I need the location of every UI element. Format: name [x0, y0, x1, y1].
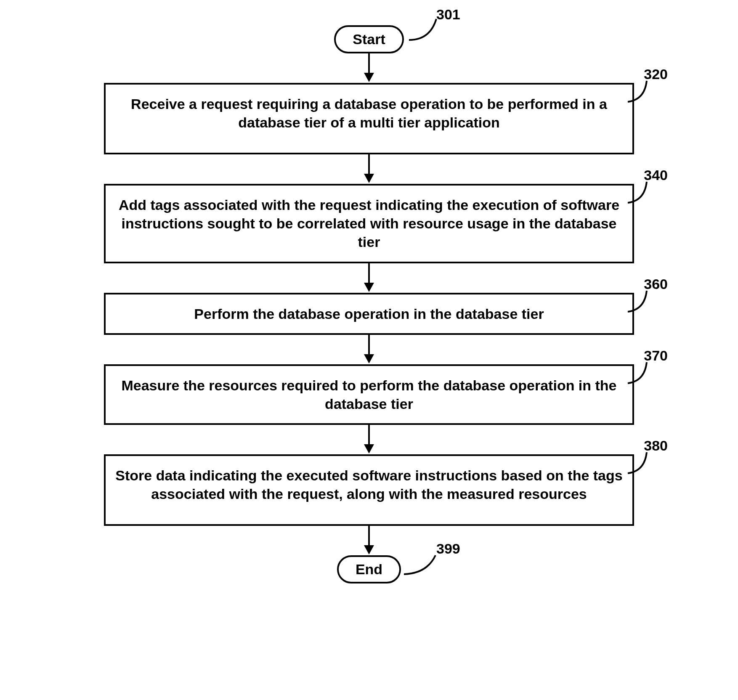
flowchart-canvas: Start 301 Receive a request requiring a …	[74, 8, 664, 583]
process-box-360: Perform the database operation in the da…	[104, 293, 634, 335]
start-label: Start	[353, 31, 385, 47]
process-text-340: Add tags associated with the request ind…	[119, 197, 619, 250]
process-text-320: Receive a request requiring a database o…	[131, 96, 607, 130]
callout-340	[626, 180, 651, 205]
end-terminator: End	[337, 555, 401, 583]
arrow-340-to-360	[74, 263, 664, 293]
svg-marker-11	[364, 545, 374, 554]
process-text-370: Measure the resources required to perfor…	[121, 377, 616, 412]
step-320-row: Receive a request requiring a database o…	[74, 83, 664, 154]
arrow-start-to-320	[74, 53, 664, 83]
process-box-340: Add tags associated with the request ind…	[104, 184, 634, 263]
process-box-370: Measure the resources required to perfor…	[104, 364, 634, 425]
start-row: Start 301	[74, 25, 664, 53]
start-terminator: Start	[334, 25, 404, 53]
callout-370	[626, 360, 651, 385]
process-text-380: Store data indicating the executed softw…	[115, 467, 622, 502]
arrow-360-to-370	[74, 335, 664, 364]
svg-marker-7	[364, 354, 374, 363]
end-ref-label: 399	[436, 541, 460, 557]
arrow-370-to-380	[74, 425, 664, 454]
callout-360	[626, 289, 651, 314]
arrow-320-to-340	[74, 154, 664, 184]
svg-marker-3	[364, 174, 374, 183]
process-box-380: Store data indicating the executed softw…	[104, 454, 634, 526]
svg-marker-5	[364, 283, 374, 292]
step-360-row: Perform the database operation in the da…	[74, 293, 664, 335]
end-row: End 399	[74, 555, 664, 583]
process-box-320: Receive a request requiring a database o…	[104, 83, 634, 154]
start-callout	[407, 17, 441, 42]
step-340-row: Add tags associated with the request ind…	[74, 184, 664, 263]
callout-380	[626, 450, 651, 475]
step-370-row: Measure the resources required to perfor…	[74, 364, 664, 425]
arrow-380-to-end	[74, 526, 664, 555]
svg-marker-1	[364, 73, 374, 82]
step-380-row: Store data indicating the executed softw…	[74, 454, 664, 526]
end-callout	[402, 553, 440, 576]
callout-320	[626, 79, 651, 104]
end-label: End	[356, 561, 382, 577]
svg-marker-9	[364, 444, 374, 453]
process-text-360: Perform the database operation in the da…	[194, 306, 544, 322]
